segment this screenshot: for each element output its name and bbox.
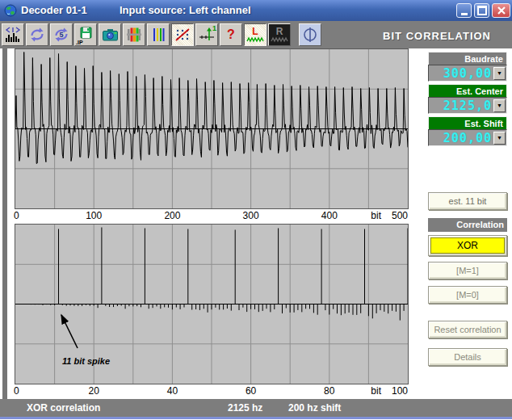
- status-mode-label: XOR correlation: [27, 402, 100, 414]
- axis-tick-label: 100: [392, 385, 408, 397]
- decoder-window: Decoder 01-1 Input source: Left channel: [0, 0, 512, 420]
- axis-tick-label: 300: [243, 210, 259, 221]
- left-channel-label: L: [252, 27, 258, 36]
- refresh-5-button[interactable]: 5: [50, 23, 73, 46]
- close-button[interactable]: [492, 3, 510, 18]
- titlebar[interactable]: Decoder 01-1 Input source: Left channel: [0, 0, 512, 22]
- baudrate-value: 300,00: [429, 66, 493, 81]
- axis-tick-label: 80: [324, 385, 334, 397]
- m1-button[interactable]: [M=1]: [428, 262, 507, 279]
- bit-correlation-chart: [15, 48, 409, 209]
- maximize-button[interactable]: [474, 3, 489, 18]
- baudrate-label: Baudrate: [428, 52, 507, 65]
- refresh-icon: [29, 27, 45, 43]
- xor-correlation-chart: 11 bit spike: [15, 224, 409, 384]
- status-center-freq: 2125 hz: [228, 402, 262, 414]
- save-icon: [78, 27, 94, 43]
- est-center-field: Est. Center 2125,0 ▼: [428, 84, 507, 114]
- spectrum-scale-button[interactable]: [2, 23, 24, 46]
- page-title: BIT CORRELATION: [383, 30, 491, 42]
- close-icon: [497, 6, 506, 15]
- baudrate-dropdown-arrow[interactable]: ▼: [493, 67, 506, 80]
- est-shift-field: Est. Shift 200,00 ▼: [428, 116, 507, 146]
- maximize-icon: [477, 6, 487, 15]
- xor-button-label: XOR: [430, 237, 505, 254]
- est-11-bit-button[interactable]: est. 11 bit: [428, 192, 507, 210]
- phase-circle-icon: [302, 27, 318, 43]
- snapshot-camera-button[interactable]: [99, 23, 121, 46]
- right-waveform-icon: [271, 36, 288, 43]
- spectrum-scale-icon: [5, 27, 21, 43]
- annotation-text: 11 bit spike: [62, 356, 110, 366]
- axis-tick-label: 400: [321, 210, 338, 221]
- thin-color-bars-icon: [150, 27, 166, 43]
- axis-marker-icon: [199, 27, 215, 43]
- est-center-value-display[interactable]: 2125,0 ▼: [428, 97, 507, 114]
- left-channel-button[interactable]: L: [244, 23, 266, 46]
- globe-app-icon: [4, 4, 17, 17]
- thin-color-bars-button[interactable]: [147, 23, 170, 46]
- bottom-chart-x-axis: 020406080100bit: [0, 385, 512, 397]
- axis-tick-label: 40: [167, 385, 178, 397]
- window-title: Decoder 01-1: [21, 4, 87, 16]
- window-bottom-border: [0, 417, 512, 419]
- axis-unit-label: bit: [371, 385, 381, 397]
- axis-marker-button[interactable]: 1: [195, 23, 218, 46]
- refresh-5-icon: [53, 27, 69, 43]
- phase-invert-button[interactable]: [299, 23, 321, 46]
- xor-button[interactable]: XOR: [428, 235, 507, 256]
- help-button[interactable]: ?: [220, 23, 242, 46]
- camera-icon: [102, 27, 119, 43]
- est-shift-dropdown-arrow[interactable]: ▼: [493, 132, 506, 145]
- details-button[interactable]: Details: [428, 348, 507, 366]
- right-channel-button[interactable]: R: [268, 23, 291, 46]
- left-waveform-icon: [246, 36, 264, 43]
- statusbar: XOR correlation 2125 hz 200 hz shift: [0, 399, 512, 417]
- input-source-label: Input source: Left channel: [120, 4, 251, 16]
- reset-correlation-button[interactable]: Reset correlation: [428, 321, 507, 338]
- est-shift-value-display[interactable]: 200,00 ▼: [428, 129, 507, 146]
- panel-groove: [2, 48, 7, 399]
- m0-button[interactable]: [M=0]: [428, 286, 507, 304]
- refresh-button[interactable]: [26, 23, 48, 46]
- axis-tick-label: 0: [14, 210, 19, 221]
- baudrate-value-display[interactable]: 300,00 ▼: [428, 65, 507, 82]
- axis-tick-label: 200: [164, 210, 180, 221]
- est-center-label: Est. Center: [428, 84, 507, 97]
- help-icon: ?: [227, 27, 235, 42]
- axis-tick-label: 0: [14, 385, 19, 397]
- save-settings-button[interactable]: .IP: [74, 23, 97, 46]
- color-bars-icon: [126, 27, 142, 43]
- est-center-dropdown-arrow[interactable]: ▼: [493, 99, 506, 112]
- est-shift-label: Est. Shift: [428, 116, 507, 129]
- constellation-toggle-button[interactable]: [171, 23, 194, 46]
- status-shift: 200 hz shift: [288, 402, 341, 414]
- axis-tick-label: 100: [86, 210, 102, 221]
- est-shift-value: 200,00: [429, 131, 493, 145]
- axis-tick-label: 60: [246, 385, 256, 397]
- right-channel-label: R: [276, 27, 283, 36]
- baudrate-field: Baudrate 300,00 ▼: [428, 52, 507, 82]
- color-bars-button[interactable]: [123, 23, 145, 46]
- axis-unit-label: bit: [371, 210, 381, 221]
- minimize-icon: [461, 13, 468, 15]
- constellation-off-icon: [174, 27, 191, 43]
- minimize-button[interactable]: [456, 3, 472, 18]
- est-center-value: 2125,0: [429, 99, 493, 113]
- axis-tick-label: 500: [392, 210, 408, 221]
- correlation-header: Correlation: [428, 218, 507, 232]
- axis-tick-label: 20: [89, 385, 99, 397]
